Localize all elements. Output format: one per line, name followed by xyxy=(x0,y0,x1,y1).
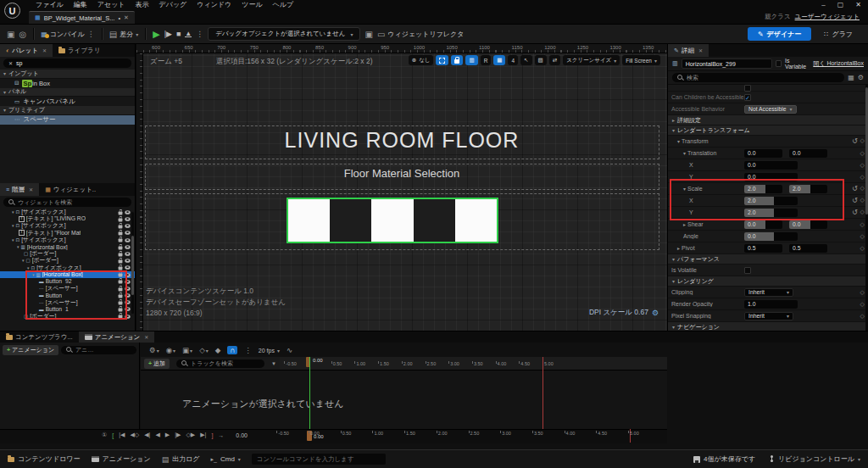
play-icon[interactable]: ▶ xyxy=(165,432,170,438)
palette-search-input[interactable]: ✕ sp xyxy=(3,58,131,68)
fps-dropdown[interactable]: 20 fps ▾ xyxy=(259,348,280,354)
asset-tab[interactable]: ▦ BP_Widget_Material_S... • ✕ xyxy=(29,11,135,24)
palette-item[interactable]: ⊟Spin Box xyxy=(0,79,135,88)
lock-icon[interactable] xyxy=(119,302,123,305)
checkbox[interactable] xyxy=(744,85,751,92)
more-icon[interactable]: ⋮ xyxy=(244,346,252,354)
revert-diamond-icon[interactable]: ◇ xyxy=(860,197,865,204)
playhead-line[interactable] xyxy=(309,357,310,429)
designer-button[interactable]: ✎ デザイナー xyxy=(748,27,811,41)
details-category-header[interactable]: ▾パフォーマンス xyxy=(668,254,868,265)
palette-section-header[interactable]: ▾インプット xyxy=(0,70,135,79)
eye-icon[interactable] xyxy=(125,224,130,227)
hierarchy-row[interactable]: ▢[ボーダー] xyxy=(0,313,135,320)
revert-diamond-icon[interactable]: ◇ xyxy=(860,313,865,320)
value-field[interactable]: 1.0 xyxy=(744,300,798,309)
lock-icon[interactable] xyxy=(119,232,123,236)
widget-name-field[interactable]: HorizontalBox_299 xyxy=(682,58,772,69)
gear-icon[interactable]: ⚙ xyxy=(858,74,864,81)
hierarchy-row[interactable]: T[テキスト] "LIVING RO xyxy=(0,215,135,222)
hierarchy-row[interactable]: ⋯[スペーサー] xyxy=(0,298,135,305)
hierarchy-row[interactable]: ▬Button_92 xyxy=(0,278,135,285)
cmd-dropdown[interactable]: ▸_ Cmd ▾ xyxy=(211,455,241,463)
value-field[interactable]: 0.0 xyxy=(789,220,827,229)
lock-icon[interactable] xyxy=(119,281,123,284)
range-slider[interactable]: 0.00 -0.500.000.501.001.502.002.503.003.… xyxy=(278,429,667,443)
graph-button[interactable]: ∷ グラフ xyxy=(815,30,861,39)
content-drawer-button[interactable]: コンテンツドロワー xyxy=(8,454,81,464)
parent-class-link[interactable]: ユーザーウィジェット xyxy=(795,13,860,21)
value-field[interactable]: 0.5 xyxy=(744,244,782,253)
menu-item[interactable]: アセット xyxy=(92,0,131,10)
hierarchy-row[interactable]: ▬Button xyxy=(0,292,135,298)
lock-icon[interactable] xyxy=(119,218,123,221)
close-icon[interactable]: ✕ xyxy=(42,47,47,53)
canvas-button[interactable] xyxy=(455,199,497,242)
close-icon[interactable]: ✕ xyxy=(698,47,703,53)
hierarchy-row[interactable]: ▢[ボーダー] xyxy=(0,250,135,257)
lock-icon[interactable] xyxy=(119,225,123,228)
lock-icon[interactable] xyxy=(119,274,123,277)
lock-icon[interactable] xyxy=(119,253,123,256)
hierarchy-row[interactable]: ⋯[スペーサー] xyxy=(0,285,135,292)
designer-viewport[interactable]: 6006507007508008509009501000105011001150… xyxy=(136,44,667,331)
palette-section-header[interactable]: ▾パネル xyxy=(0,88,135,98)
canvas-title-text[interactable]: LIVING ROOM FLOOR xyxy=(136,128,667,153)
hierarchy-row[interactable]: ▾⊡[サイズボックス] xyxy=(0,265,135,271)
unreal-logo-icon[interactable]: U xyxy=(4,3,20,19)
menu-item[interactable]: ヘルプ xyxy=(268,0,299,10)
keyframe-filled-icon[interactable]: ◆ xyxy=(215,346,221,354)
flip-preview-button[interactable]: ⇄ xyxy=(549,55,560,65)
hierarchy-row[interactable]: ▾⊡[サイズボックス] xyxy=(0,237,135,243)
menu-item[interactable]: ファイル xyxy=(31,0,69,10)
console-command-input[interactable]: コンソールコマンドを入力します xyxy=(252,454,386,465)
palette-item[interactable]: ▭キャンバスパネル xyxy=(0,97,135,106)
revert-diamond-icon[interactable]: ◇ xyxy=(860,137,865,145)
revert-diamond-icon[interactable]: ◇ xyxy=(860,185,865,192)
value-field[interactable]: 0.0 xyxy=(744,161,798,170)
tab-widget[interactable]: ▦ ウィジェット.. xyxy=(39,183,102,196)
dropdown[interactable]: Inherit▾ xyxy=(744,312,793,320)
advance-icon[interactable]: → xyxy=(218,432,224,438)
grid-snap-button[interactable]: ▦ xyxy=(493,55,505,65)
revert-diamond-icon[interactable]: ◇ xyxy=(860,289,865,296)
value-field[interactable]: 0.0 xyxy=(744,232,798,241)
lock-icon[interactable] xyxy=(119,309,123,312)
to-front-icon[interactable]: |◀ xyxy=(119,432,125,438)
canvas-button[interactable] xyxy=(371,199,413,242)
selected-horizontal-box[interactable] xyxy=(287,198,498,243)
lock-icon[interactable] xyxy=(119,211,123,214)
revert-diamond-icon[interactable]: ◇ xyxy=(860,233,865,240)
details-category-header[interactable]: ▸詳細設定 xyxy=(668,115,868,125)
maximize-button[interactable]: ▢ xyxy=(837,1,844,8)
menu-item[interactable]: ウィンドウ xyxy=(192,0,236,10)
clear-search-icon[interactable]: ✕ xyxy=(8,60,13,66)
timeline-ruler[interactable]: -0.500.501.001.502.002.503.003.504.004.5… xyxy=(280,357,667,370)
respect-locks-button[interactable]: R xyxy=(481,55,492,65)
eye-icon[interactable] xyxy=(125,293,130,297)
range-end-icon[interactable]: ] xyxy=(211,432,213,438)
more-icon[interactable]: ⋮ xyxy=(87,30,95,38)
hierarchy-row[interactable]: ▾▥[Horizontal Box] xyxy=(0,271,135,278)
grid-view-icon[interactable]: ▦ xyxy=(848,74,854,81)
apply-icon[interactable]: ▣ xyxy=(364,30,372,39)
lock-icon[interactable] xyxy=(119,287,123,291)
value-field[interactable]: 0.0 xyxy=(744,220,782,229)
more-icon[interactable]: ⋮ xyxy=(196,30,203,38)
camera-icon[interactable]: ▣▾ xyxy=(182,346,192,354)
filter-icon[interactable]: ▼ xyxy=(271,361,276,366)
info-icon[interactable]: ① xyxy=(102,432,107,438)
value-field[interactable]: 2.0 xyxy=(744,185,782,193)
cursor-tool-button[interactable]: ↖ xyxy=(520,55,531,65)
close-icon[interactable]: ✕ xyxy=(124,14,129,21)
tab-animation[interactable]: アニメーション ✕ xyxy=(79,332,155,343)
tab-details[interactable]: ✎ 詳細 ✕ xyxy=(668,44,709,57)
add-animation-button[interactable]: + アニメーション xyxy=(3,345,58,355)
find-in-browser-icon[interactable]: ◎ xyxy=(19,30,26,39)
animation-search-input[interactable]: アニ… xyxy=(61,346,136,354)
lock-icon[interactable] xyxy=(119,315,123,319)
menu-item[interactable]: デバッグ xyxy=(154,0,192,10)
marquee-select-button[interactable] xyxy=(436,55,448,65)
track-search-input[interactable]: トラックを検索 xyxy=(176,359,264,368)
localization-preview-button[interactable]: ⊕ なし xyxy=(409,55,434,65)
